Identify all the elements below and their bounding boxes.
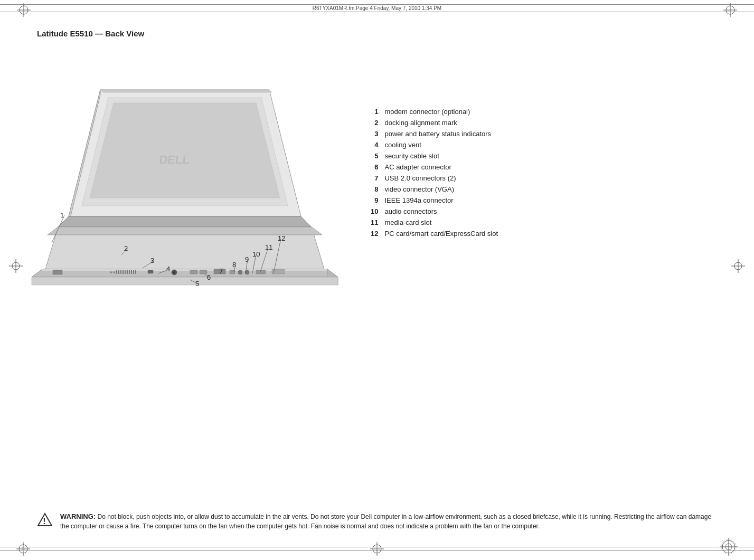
svg-point-35: [113, 271, 115, 273]
svg-text:7: 7: [219, 267, 223, 275]
svg-rect-32: [133, 270, 134, 274]
svg-rect-39: [190, 270, 197, 274]
svg-text:DELL: DELL: [159, 153, 191, 166]
parts-list-row: 1modem connector (optional): [371, 107, 498, 117]
part-number: 9: [371, 195, 383, 205]
part-description: modem connector (optional): [384, 107, 498, 117]
parts-list-row: 2docking alignment mark: [371, 118, 498, 128]
svg-text:6: 6: [207, 273, 211, 281]
svg-point-38: [173, 271, 175, 273]
part-number: 4: [371, 140, 383, 150]
svg-point-43: [238, 270, 242, 274]
svg-rect-25: [118, 270, 119, 274]
part-description: video connector (VGA): [384, 184, 498, 194]
svg-text:2: 2: [124, 244, 128, 252]
part-description: audio connectors: [384, 206, 498, 216]
parts-list-row: 5security cable slot: [371, 151, 498, 161]
warning-label: WARNING:: [60, 512, 96, 520]
svg-text:8: 8: [232, 261, 236, 269]
svg-point-34: [110, 271, 112, 273]
reg-mark-top-right: [722, 2, 738, 20]
page-title: Latitude E5510 — Back View: [37, 29, 144, 38]
part-description: security cable slot: [384, 151, 498, 161]
part-description: docking alignment mark: [384, 118, 498, 128]
part-number: 2: [371, 118, 383, 128]
part-number: 10: [371, 206, 383, 216]
part-description: media-card slot: [384, 217, 498, 227]
reg-mark-left-mid: [8, 259, 23, 275]
warning-section: ! WARNING: Do not block, push objects in…: [37, 511, 717, 531]
svg-text:!: !: [43, 517, 45, 526]
svg-text:10: 10: [252, 250, 260, 258]
reg-mark-right-mid: [731, 259, 746, 275]
svg-rect-27: [122, 270, 124, 274]
svg-text:3: 3: [150, 257, 154, 264]
svg-rect-33: [135, 270, 136, 274]
parts-list: 1modem connector (optional)2docking alig…: [370, 106, 722, 240]
reg-mark-bottom-center: [370, 542, 384, 558]
part-description: PC card/smart card/ExpressCard slot: [384, 229, 498, 239]
svg-rect-28: [125, 270, 126, 274]
parts-list-row: 4cooling vent: [371, 140, 498, 150]
part-number: 8: [371, 184, 383, 194]
parts-list-row: 10audio connectors: [371, 206, 498, 216]
part-number: 6: [371, 162, 383, 172]
svg-text:12: 12: [278, 234, 285, 242]
svg-rect-26: [120, 270, 121, 274]
svg-marker-20: [48, 227, 322, 235]
part-number: 12: [371, 229, 383, 239]
svg-rect-24: [116, 270, 117, 274]
part-description: cooling vent: [384, 140, 498, 150]
part-number: 5: [371, 151, 383, 161]
svg-marker-48: [32, 277, 338, 285]
svg-marker-22: [41, 269, 328, 271]
parts-list-row: 3power and battery status indicators: [371, 129, 498, 139]
svg-rect-23: [53, 270, 62, 274]
part-number: 3: [371, 129, 383, 139]
part-number: 7: [371, 173, 383, 183]
svg-point-78: [22, 547, 25, 550]
parts-list-row: 6AC adapter connector: [371, 162, 498, 172]
warning-icon: !: [37, 512, 53, 529]
part-description: power and battery status indicators: [384, 129, 498, 139]
svg-rect-30: [129, 270, 130, 274]
part-description: AC adapter connector: [384, 162, 498, 172]
parts-table: 1modem connector (optional)2docking alig…: [370, 106, 499, 240]
svg-text:11: 11: [265, 243, 272, 251]
svg-rect-29: [127, 270, 128, 274]
header-text: R6TYXA01MR.fm Page 4 Friday, May 7, 2010…: [42, 5, 712, 11]
laptop-illustration: DELL: [37, 48, 343, 290]
svg-text:4: 4: [166, 265, 170, 273]
svg-rect-31: [131, 270, 132, 274]
reg-mark-bottom-right: [719, 537, 738, 558]
part-number: 1: [371, 107, 383, 117]
parts-list-row: 9IEEE 1394a connector: [371, 195, 498, 205]
parts-list-row: 8video connector (VGA): [371, 184, 498, 194]
parts-list-row: 12PC card/smart card/ExpressCard slot: [371, 229, 498, 239]
warning-body: Do not block, push objects into, or allo…: [60, 513, 711, 530]
part-description: IEEE 1394a connector: [384, 195, 498, 205]
svg-marker-18: [58, 216, 312, 227]
svg-marker-14: [100, 90, 272, 92]
part-number: 11: [371, 217, 383, 227]
part-description: USB 2.0 connectors (2): [384, 173, 498, 183]
parts-list-row: 11media-card slot: [371, 217, 498, 227]
parts-list-row: 7USB 2.0 connectors (2): [371, 173, 498, 183]
warning-text: WARNING: Do not block, push objects into…: [60, 511, 717, 531]
svg-rect-36: [148, 270, 153, 273]
reg-mark-top-left: [16, 2, 32, 20]
svg-rect-40: [200, 270, 207, 274]
svg-marker-16: [90, 103, 280, 198]
svg-text:9: 9: [245, 255, 249, 263]
reg-mark-bottom-left: [16, 542, 31, 558]
